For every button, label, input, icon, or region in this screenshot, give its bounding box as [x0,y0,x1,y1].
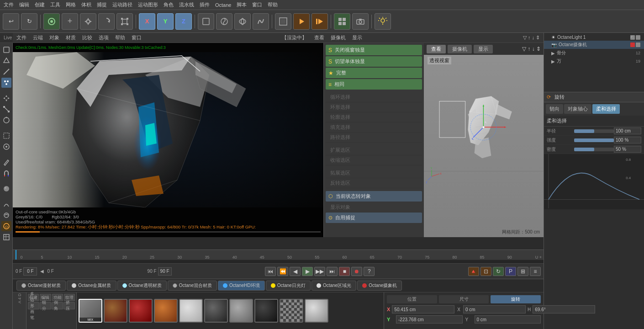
z-axis-btn[interactable]: Z [175,13,192,30]
menu-script[interactable]: 脚本 [237,1,247,8]
tl-play[interactable]: ▶ [302,267,313,276]
tool-magnet[interactable] [1,168,11,178]
menu-plugins[interactable]: 插件 [200,1,210,8]
undo-btn[interactable]: ↩ [3,13,19,30]
x-axis-btn[interactable]: X [139,13,155,30]
oct-tl-P[interactable]: P [505,267,516,276]
sub-menu-options[interactable]: 选项 [99,34,109,41]
swatch-6[interactable] [204,299,228,323]
select-live[interactable] [1,142,11,152]
vp-tab-camera[interactable]: 摄像机 [448,45,472,53]
tool-pen[interactable] [1,157,11,167]
tree-item-wan[interactable]: ▶ 万 19 [544,57,644,65]
rotate-btn[interactable] [98,13,115,30]
timeline-track[interactable] [13,260,544,263]
coord-x2-input[interactable] [463,305,526,313]
mode-point[interactable] [1,78,11,88]
sel-show-obj[interactable]: 显示对象 [326,202,422,212]
left-viewport[interactable]: Check:0ms./1ms. MeshGen:0ms Update[C]:0m… [13,43,323,237]
select-rect[interactable] [1,131,11,141]
oct-mix[interactable]: Octane混合材质 [168,281,217,291]
menu-create[interactable]: 创建 [35,1,45,8]
btn-solo-single[interactable]: S 切望单体独显 [326,56,422,67]
y-axis-btn[interactable]: Y [157,13,174,30]
oct-tl-list[interactable]: ≡ [530,267,541,276]
sub-menu-window[interactable]: 窗口 [132,34,142,41]
tool-deform[interactable] [1,199,11,209]
nurbs-btn[interactable] [234,13,251,30]
tl-options[interactable]: ? [364,267,375,276]
tool-sculpt[interactable] [1,210,11,220]
sub-menu-compare[interactable]: 比较 [82,34,92,41]
swatch-8[interactable] [254,299,278,323]
tl-prev[interactable]: ◀ [290,267,301,276]
menu-mograph[interactable]: 运动图形 [138,1,158,8]
btn-same[interactable]: ≡ 相同 [326,79,422,90]
swatch-3[interactable] [129,299,153,323]
vp-tab-view[interactable]: 查看 [427,45,446,53]
tool-bevel[interactable]: 倒角 [52,302,63,309]
tool-octane[interactable]: O [1,221,11,231]
viewport-config-btn[interactable] [334,13,350,30]
tl-goto-start[interactable]: ⏮ [265,267,276,276]
live-select-btn[interactable] [43,13,60,30]
tool-polygon-pen[interactable]: 多边形画笔 [28,302,39,309]
oct-sun[interactable]: Octane日光灯 [266,281,311,291]
sel-shrink[interactable]: 收缩选区 [326,155,422,165]
tree-item-bones[interactable]: ▶ 骨分 12 [544,49,644,57]
tool-scale[interactable] [1,104,11,114]
sel-path[interactable]: 路径选择 [326,133,422,143]
end-frame-input[interactable] [158,267,172,276]
oct-menu-display[interactable]: 显示 [352,34,362,41]
coord-h-input[interactable] [533,305,595,313]
object-mode-btn[interactable] [198,13,214,30]
prop-strength-input[interactable] [614,137,641,143]
prop-strength-slider[interactable] [574,138,614,142]
sel-fill[interactable]: 填充选择 [326,122,422,133]
frame-input[interactable] [23,267,37,276]
oct-hdri[interactable]: OctaneHD环境 [218,281,265,291]
swatch-mix[interactable]: MIX [79,299,102,323]
tool-extrude[interactable]: 挤压 [63,302,75,309]
sub-menu-help[interactable]: 帮助 [115,34,125,41]
menu-window[interactable]: 窗口 [252,1,262,8]
tool-texture[interactable] [1,232,11,242]
oct-cam[interactable]: Octane摄象机 [357,281,402,291]
coord-tab-size[interactable]: 尺寸 [439,295,489,303]
tree-item-camera[interactable]: 📷 Octane摄像机 [544,41,644,49]
sel-grow[interactable]: 扩展选区 [326,145,422,155]
texture-mode-btn[interactable] [216,13,232,30]
camera-btn[interactable] [352,13,369,30]
scene-3d[interactable] [13,52,323,207]
swatch-5[interactable] [179,299,203,323]
deform-tab-soft[interactable]: 柔和选择 [592,104,620,114]
oct-area[interactable]: Octane区域光 [311,281,356,291]
render-anim-btn[interactable] [311,13,328,30]
render-region-btn[interactable] [275,13,291,30]
sel-invert[interactable]: 反转选区 [326,178,422,188]
add-btn[interactable]: + [62,13,78,30]
scale-btn[interactable] [116,13,133,30]
swatch-9[interactable] [280,299,303,323]
sub-menu-file[interactable]: 文件 [16,34,26,41]
swatch-10[interactable] [305,299,328,323]
tl-next[interactable]: ▶▶ [314,267,325,276]
oct-menu-camera[interactable]: 摄像机 [331,34,346,41]
menu-pipeline[interactable]: 流水线 [179,1,194,8]
vp-tab-display[interactable]: 显示 [474,45,493,53]
coord-tab-pos[interactable]: 位置 [387,295,437,303]
menu-edit[interactable]: 编辑 [19,1,29,8]
tl-goto-end[interactable]: ⏭ [327,267,338,276]
sub-menu-materials[interactable]: 材质 [66,34,76,41]
prop-radius-slider[interactable] [574,129,614,133]
deform-tab-axis[interactable]: 对象轴心 [564,104,591,114]
tool-subdivide[interactable]: 细分 [40,302,51,309]
tree-item-octanelight1[interactable]: ☀ OctaneLight 1 ✓ [544,34,644,41]
btn-close-solo[interactable]: S 关闭视窗独显 [326,45,422,55]
prop-density-slider[interactable] [574,148,614,151]
tool-move[interactable] [1,93,11,103]
coord-x-input[interactable] [392,305,454,313]
deform-tab-韧向[interactable]: 韧向 [546,104,563,114]
mode-polygon[interactable] [1,56,11,66]
sel-expand[interactable]: 拓展选区 [326,168,422,178]
